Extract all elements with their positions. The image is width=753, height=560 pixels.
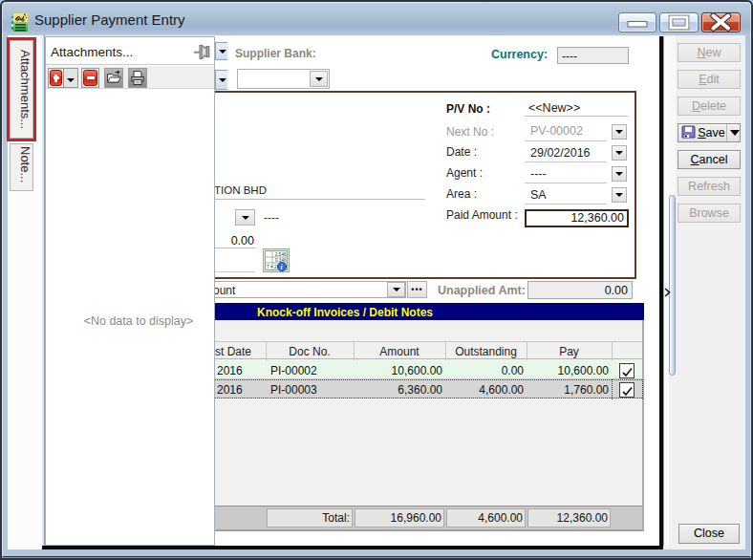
svg-text:2.546: 2.546 bbox=[275, 252, 287, 257]
svg-text:T = 2: T = 2 bbox=[267, 265, 277, 269]
